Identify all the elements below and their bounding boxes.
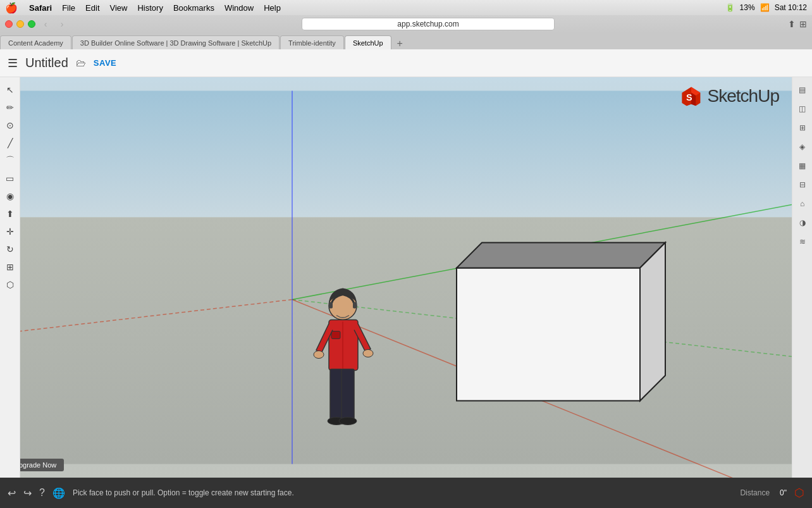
left-toolbar: ↖ ✏ ⊙ ╱ ⌒ ▭ ◉ ⬆ ✛ ↻ ⊞ ⬡: [0, 77, 20, 478]
svg-point-19: [339, 418, 357, 425]
svg-rect-1: [20, 218, 792, 464]
svg-text:S: S: [686, 92, 692, 102]
new-tab-icon[interactable]: ⊞: [799, 19, 807, 29]
menubar: 🍎 Safari File Edit View History Bookmark…: [0, 0, 812, 15]
svg-point-14: [314, 351, 324, 359]
right-panel: ▤ ◫ ⊞ ◈ ▦ ⊟ ⌂ ◑ ≋: [792, 77, 812, 478]
share-icon[interactable]: ⬆: [788, 19, 796, 29]
battery-level: 13%: [740, 3, 755, 12]
menu-edit[interactable]: Edit: [80, 3, 104, 13]
distance-value: 0": [780, 488, 787, 497]
save-button[interactable]: SAVE: [94, 58, 116, 68]
minimize-button[interactable]: [16, 20, 24, 28]
url-text: app.sketchup.com: [397, 20, 458, 28]
menu-view[interactable]: View: [105, 3, 133, 13]
maximize-button[interactable]: [28, 20, 35, 28]
rotate-tool[interactable]: ↻: [3, 242, 18, 257]
undo-button[interactable]: ↩: [8, 487, 16, 499]
layers-btn[interactable]: ◫: [795, 101, 810, 116]
tab-3d-builder[interactable]: 3D Builder Online Software | 3D Drawing …: [72, 35, 280, 49]
time-display: Sat 10:12: [775, 3, 807, 12]
svg-rect-13: [331, 331, 340, 339]
apple-menu[interactable]: 🍎: [5, 2, 18, 14]
svg-rect-17: [341, 369, 354, 420]
viewport-3d[interactable]: S SketchUp: [20, 77, 792, 478]
svg-rect-0: [20, 91, 792, 218]
push-pull-tool[interactable]: ⬆: [3, 206, 18, 221]
app-header: ☰ Untitled 🗁 SAVE: [0, 49, 812, 77]
tab-bar: Content Academy 3D Builder Online Softwa…: [0, 33, 812, 49]
tab-sketchup[interactable]: SketchUp: [345, 35, 391, 49]
move-tool[interactable]: ✛: [3, 224, 18, 239]
svg-point-15: [363, 350, 373, 357]
svg-rect-16: [330, 369, 343, 420]
tab-content-academy[interactable]: Content Academy: [0, 35, 71, 49]
shape-tool[interactable]: ◉: [3, 189, 18, 204]
menu-toggle-icon[interactable]: ☰: [8, 56, 18, 70]
svg-rect-11: [329, 320, 358, 371]
sketchup-logo: S SketchUp: [680, 85, 779, 108]
sketchup-bottom-icon: ⬡: [794, 486, 804, 500]
arc-tool[interactable]: ⌒: [3, 153, 18, 168]
new-tab-button[interactable]: +: [392, 38, 408, 49]
scenes-btn[interactable]: ⊟: [795, 177, 810, 192]
redo-button[interactable]: ↪: [23, 487, 32, 499]
shadows-btn[interactable]: ◑: [795, 215, 810, 230]
menu-help[interactable]: Help: [259, 3, 286, 13]
fog-btn[interactable]: ≋: [795, 234, 810, 249]
svg-marker-8: [457, 243, 665, 268]
eraser-tool[interactable]: ✏: [3, 100, 18, 115]
rectangle-tool[interactable]: ▭: [3, 171, 18, 186]
menu-safari[interactable]: Safari: [24, 3, 57, 13]
wifi-icon: 📶: [760, 3, 770, 12]
paint-tool[interactable]: ⬡: [3, 277, 18, 292]
back-button[interactable]: ‹: [39, 18, 52, 30]
svg-rect-21: [353, 302, 357, 309]
svg-rect-20: [329, 302, 333, 309]
default-tray-btn[interactable]: ▤: [795, 82, 810, 97]
battery-icon: 🔋: [725, 3, 735, 12]
menu-history[interactable]: History: [132, 3, 168, 13]
sketchup-brand-text: SketchUp: [708, 86, 779, 106]
svg-marker-9: [640, 243, 665, 401]
close-button[interactable]: [5, 20, 13, 28]
pencil-tool[interactable]: ╱: [3, 135, 18, 151]
menu-window[interactable]: Window: [219, 3, 259, 13]
svg-marker-7: [457, 268, 640, 401]
main-layout: ↖ ✏ ⊙ ╱ ⌒ ▭ ◉ ⬆ ✛ ↻ ⊞ ⬡: [0, 77, 812, 478]
globe-button[interactable]: 🌐: [52, 487, 65, 499]
help-button[interactable]: ?: [39, 487, 45, 499]
forward-button[interactable]: ›: [56, 18, 68, 30]
components-btn[interactable]: ◈: [795, 139, 810, 154]
menu-bookmarks[interactable]: Bookmarks: [168, 3, 219, 13]
menu-file[interactable]: File: [57, 3, 80, 13]
lasso-tool[interactable]: ⊙: [3, 118, 18, 133]
tape-tool[interactable]: ⊞: [3, 259, 18, 275]
distance-label: Distance: [740, 488, 770, 497]
document-title: Untitled: [25, 56, 68, 70]
status-hint: Pick face to push or pull. Option = togg…: [73, 488, 732, 497]
tab-trimble[interactable]: Trimble-identity: [280, 35, 344, 49]
tags-btn[interactable]: ⌂: [795, 196, 810, 211]
folder-icon[interactable]: 🗁: [76, 58, 86, 69]
bottom-bar: Upgrade Now ↩ ↪ ? 🌐 Pick face to push or…: [0, 478, 812, 508]
address-bar[interactable]: app.sketchup.com: [302, 18, 555, 30]
materials-btn[interactable]: ▦: [795, 158, 810, 173]
browser-toolbar: ‹ › app.sketchup.com ⬆ ⊞: [0, 15, 812, 33]
select-tool[interactable]: ↖: [3, 82, 18, 97]
styles-btn[interactable]: ⊞: [795, 120, 810, 135]
